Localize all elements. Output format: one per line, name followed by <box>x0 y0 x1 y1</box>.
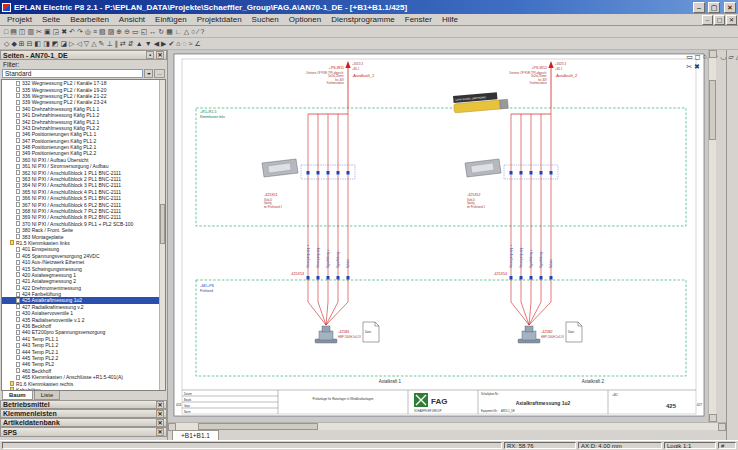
pin-icon[interactable]: ▪ <box>146 51 154 59</box>
redo-icon[interactable]: ↷ <box>76 27 84 36</box>
panel-header-sps[interactable]: SPS ✕ <box>0 427 167 437</box>
close-icon[interactable]: ✕ <box>156 51 164 59</box>
erase-icon[interactable]: ✖ <box>693 62 701 71</box>
page-icon <box>16 228 20 233</box>
close-icon[interactable]: ✕ <box>156 410 164 418</box>
zoom-in-icon[interactable]: ⊕ <box>115 27 123 36</box>
close-icon[interactable]: ✕ <box>156 428 164 436</box>
polygon-tool-icon[interactable]: ▱ <box>727 52 734 61</box>
page-icon <box>16 279 20 284</box>
back-icon[interactable]: ◀ <box>153 39 160 48</box>
undo-icon[interactable]: ↶ <box>68 27 76 36</box>
redraw-icon[interactable]: ↻ <box>157 27 165 36</box>
tree-item[interactable]: Kabelpläne <box>2 387 165 391</box>
menu-item[interactable]: Dienstprogramme <box>326 14 400 25</box>
browse-button[interactable]: ... <box>154 69 165 78</box>
docked-panel-header[interactable]: Klemmenleisten ✕ <box>0 409 167 418</box>
vertical-scrollbar[interactable] <box>708 50 716 422</box>
zoom-window-icon[interactable]: ▭ <box>131 27 140 36</box>
filter-combobox[interactable]: Standard <box>2 69 143 78</box>
terminal-icon[interactable]: ◧ <box>34 39 43 48</box>
scrollbar-thumb[interactable] <box>198 423 318 430</box>
close-button[interactable]: ✕ <box>724 2 736 13</box>
child-restore-button[interactable]: ▢ <box>714 15 725 25</box>
page-tree[interactable]: 332 Wegmessung PL2 / Kanäle 17-18 335 We… <box>1 79 166 391</box>
menu-item[interactable]: Projekt <box>2 14 37 25</box>
insert-box-icon[interactable]: ⊞ <box>18 39 26 48</box>
shield-icon[interactable]: ◪ <box>59 39 68 48</box>
connection-left-icon[interactable]: ◁ <box>75 39 82 48</box>
menu-item[interactable]: Einfügen <box>150 14 192 25</box>
application-window: EPLAN Electric P8 2.1 - P:\EPLAN_DATA\Pr… <box>0 0 738 450</box>
menu-item[interactable]: Projektdaten <box>192 14 247 25</box>
close-icon[interactable]: ✕ <box>156 419 164 427</box>
minimize-button[interactable]: – <box>693 2 705 13</box>
scroll-up-icon[interactable] <box>709 50 717 58</box>
grid-icon[interactable]: ▦ <box>165 27 174 36</box>
editor-tab[interactable]: +B1+B1.1 <box>172 430 219 440</box>
menu-item[interactable]: Fenster <box>400 14 437 25</box>
triangle-tool-icon[interactable]: △ <box>735 52 738 61</box>
scroll-right-icon[interactable] <box>718 423 726 431</box>
child-minimize-button[interactable]: – <box>702 15 713 25</box>
find-icon[interactable]: ◎ <box>84 27 92 36</box>
panel-header-seiten[interactable]: Seiten - AN70-1_DE ▪ ✕ <box>0 50 167 60</box>
swap-icon[interactable]: ⇄ <box>119 39 127 48</box>
insert-bus-icon[interactable]: ⊟ <box>26 39 34 48</box>
move-down-icon[interactable]: ▼ <box>144 39 153 48</box>
help-icon[interactable]: ? <box>199 27 205 36</box>
horizontal-scrollbar[interactable] <box>168 422 726 430</box>
chevron-down-icon[interactable] <box>144 69 153 78</box>
tree-scrollbar[interactable] <box>159 80 165 390</box>
dotted-circle-icon[interactable]: ◌ <box>182 39 188 48</box>
home-icon[interactable]: ⌂ <box>175 39 181 48</box>
plug-icon[interactable]: ◨ <box>42 39 51 48</box>
select-window-icon[interactable]: ▭ <box>685 52 694 61</box>
tab-baum[interactable]: Baum <box>2 391 33 400</box>
rectangle-tool-icon[interactable]: ◻ <box>694 52 702 61</box>
page-navigator-icon[interactable]: ▧ <box>98 27 107 36</box>
svg-text:Unitronic CP PUR (TP) abgesch.: Unitronic CP PUR (TP) abgesch. <box>509 71 547 75</box>
scrollbar-thumb[interactable] <box>160 204 165 244</box>
titleblock-field-label: Bearb. <box>184 398 192 402</box>
close-icon[interactable]: ✕ <box>156 401 164 409</box>
docked-panel-header[interactable]: Betriebsmittel ✕ <box>0 400 167 409</box>
trim-icon[interactable]: ✂ <box>685 62 693 71</box>
snap-icon[interactable]: ∟ <box>174 27 183 36</box>
symbol-icon[interactable]: △ <box>183 27 190 36</box>
menu-item[interactable]: Hilfe <box>437 14 463 25</box>
pan-icon[interactable]: ↔ <box>148 27 157 36</box>
menu-item[interactable]: Bearbeiten <box>65 14 114 25</box>
page-icon <box>16 317 20 322</box>
paste-icon[interactable]: ◲ <box>52 27 61 36</box>
menu-item[interactable]: Seite <box>37 14 65 25</box>
wave-icon[interactable]: ≈ <box>188 39 194 48</box>
zoom-out-icon[interactable]: ⊖ <box>123 27 131 36</box>
insert-device-icon[interactable]: ◆ <box>10 39 17 48</box>
scroll-down-icon[interactable] <box>709 414 717 422</box>
copy-icon[interactable]: ▣ <box>43 27 52 36</box>
page-icon <box>16 196 20 201</box>
child-close-button[interactable]: ✕ <box>726 15 737 25</box>
sort-icon[interactable]: ⇵ <box>127 39 135 48</box>
docked-panel-header[interactable]: Artikeldatenbank ✕ <box>0 418 167 427</box>
open-project-icon[interactable]: ▤ <box>9 27 18 36</box>
tab-liste[interactable]: Liste <box>34 391 61 400</box>
print-icon[interactable]: ▥ <box>26 27 35 36</box>
angle-icon[interactable]: ∠ <box>194 39 202 48</box>
move-up-icon[interactable]: ▲ <box>135 39 144 48</box>
scroll-left-icon[interactable] <box>168 423 176 431</box>
page-icon <box>16 119 20 124</box>
delete-icon[interactable]: ✖ <box>60 27 68 36</box>
potential-icon[interactable]: ⊥ <box>105 39 113 48</box>
menu-item[interactable]: Optionen <box>284 14 326 25</box>
ellipse-tool-icon[interactable]: ○ <box>702 52 708 61</box>
maximize-button[interactable]: ▢ <box>708 2 720 13</box>
svg-text:+332/3.3: +332/3.3 <box>555 62 566 66</box>
menu-item[interactable]: Ansicht <box>114 14 150 25</box>
cut-icon[interactable]: ✂ <box>35 27 43 36</box>
connection-up-icon[interactable]: △ <box>90 39 97 48</box>
menu-item[interactable]: Suchen <box>247 14 284 25</box>
schematic-canvas[interactable]: +R1+R1.5 Klemmkasten links +M1+PS Prüfst… <box>168 50 708 422</box>
scrollbar-thumb[interactable] <box>709 80 716 140</box>
